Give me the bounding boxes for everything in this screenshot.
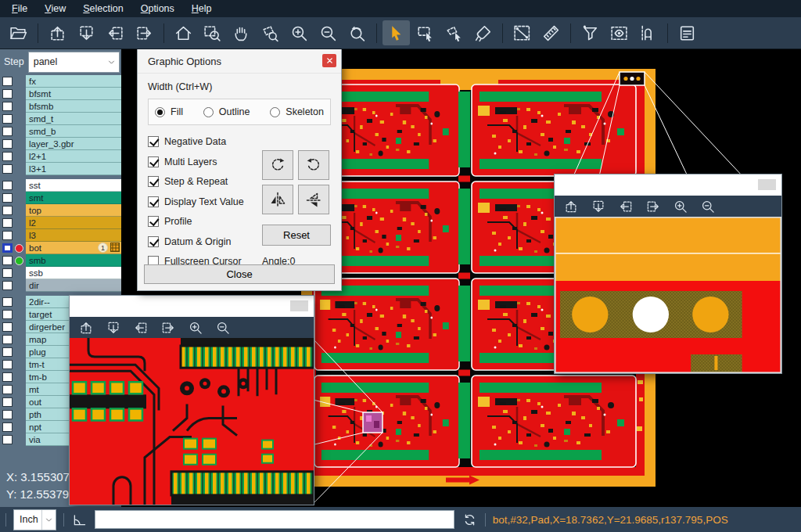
layer-name-cell[interactable]: bfsmb <box>26 100 121 113</box>
command-input[interactable] <box>95 510 454 529</box>
display-option[interactable]: Multi Layers <box>148 156 270 167</box>
board[interactable] <box>472 376 636 467</box>
layer-name-cell[interactable]: ssb <box>26 267 121 279</box>
layer-name-cell[interactable]: smd_b <box>26 125 121 138</box>
width-radio-option[interactable]: Skeleton <box>270 106 324 117</box>
layer-row[interactable]: smd_t <box>0 113 121 125</box>
width-radio-option[interactable]: Fill <box>155 106 183 117</box>
measure-button[interactable] <box>508 20 536 45</box>
ruler-button[interactable] <box>537 20 565 45</box>
layer-name-cell[interactable]: layer_3.gbr <box>26 138 121 150</box>
display-option[interactable]: Datum & Origin <box>148 236 270 247</box>
layer-name-cell[interactable]: dir <box>26 279 121 292</box>
radio-button[interactable] <box>155 107 165 117</box>
filter-button[interactable] <box>577 20 604 45</box>
layer-name-cell[interactable]: bfsmt <box>26 88 121 100</box>
unit-selector[interactable]: Inch <box>13 509 56 530</box>
menu-view[interactable]: View <box>36 0 74 17</box>
zoom-window-pads[interactable] <box>554 174 782 374</box>
board[interactable] <box>314 376 459 467</box>
layer-name-cell[interactable]: smd_t <box>26 113 121 125</box>
checkbox[interactable] <box>148 156 159 167</box>
layer-row[interactable]: smt <box>0 192 121 204</box>
menu-file[interactable]: File <box>3 0 36 17</box>
zoom-polygon-button[interactable] <box>257 20 284 45</box>
pan-down-icon[interactable] <box>591 199 606 214</box>
zoom-out-button[interactable] <box>314 20 342 45</box>
step-selector[interactable]: panel <box>28 52 120 73</box>
layer-visibility-checkbox[interactable] <box>2 268 13 278</box>
layer-row[interactable]: smd_b <box>0 125 121 138</box>
layer-visibility-checkbox[interactable] <box>2 127 13 136</box>
layer-visibility-checkbox[interactable] <box>2 218 13 228</box>
pan-hand-button[interactable] <box>228 20 255 45</box>
zoom-previous-button[interactable] <box>343 20 371 45</box>
layer-visibility-checkbox[interactable] <box>2 139 13 149</box>
zoom-home-button[interactable] <box>170 20 197 45</box>
layer-visibility-checkbox[interactable] <box>2 422 13 432</box>
zoom-window-titlebar[interactable] <box>70 296 314 317</box>
zoom-callout-rect[interactable] <box>363 412 383 433</box>
checkbox[interactable] <box>148 216 159 227</box>
zoom-in-icon[interactable] <box>673 199 688 214</box>
pan-left-button[interactable] <box>102 20 129 45</box>
zoom-window-view[interactable] <box>70 338 314 505</box>
reset-button[interactable]: Reset <box>262 225 331 246</box>
layer-row[interactable]: l2 <box>0 217 121 229</box>
layer-visibility-checkbox[interactable] <box>2 77 13 86</box>
refresh-icon[interactable] <box>462 512 478 528</box>
pan-right-icon[interactable] <box>160 320 176 336</box>
layer-visibility-checkbox[interactable] <box>2 243 13 253</box>
pan-right-button[interactable] <box>131 20 158 45</box>
layer-name-cell[interactable]: l2 <box>26 217 121 229</box>
pan-up-button[interactable] <box>44 20 71 45</box>
view-options-button[interactable] <box>605 20 633 45</box>
pan-down-icon[interactable] <box>106 320 121 336</box>
layer-visibility-checkbox[interactable] <box>2 206 13 215</box>
layer-visibility-checkbox[interactable] <box>2 397 13 407</box>
layer-row[interactable]: dir <box>0 279 121 292</box>
layer-visibility-checkbox[interactable] <box>2 152 13 161</box>
layer-visibility-checkbox[interactable] <box>2 310 13 319</box>
zoom-window-view[interactable] <box>555 217 781 373</box>
checkbox[interactable] <box>148 196 159 207</box>
layer-name-cell[interactable]: l2+1 <box>26 150 121 163</box>
layer-visibility-checkbox[interactable] <box>2 372 13 382</box>
select-rect-button[interactable] <box>411 20 439 45</box>
layer-row[interactable]: top <box>0 204 121 217</box>
zoom-out-icon[interactable] <box>700 199 716 214</box>
layer-row[interactable]: ssb <box>0 267 121 279</box>
select-polygon-button[interactable] <box>440 20 468 45</box>
layer-table-button[interactable] <box>673 20 701 45</box>
radio-button[interactable] <box>203 107 214 117</box>
checkbox[interactable] <box>148 176 159 187</box>
layer-visibility-checkbox[interactable] <box>2 385 13 394</box>
layer-visibility-checkbox[interactable] <box>2 231 13 240</box>
zoom-window-button[interactable] <box>199 20 226 45</box>
window-menu-button[interactable] <box>758 179 776 190</box>
layer-visibility-checkbox[interactable] <box>2 360 13 369</box>
pan-left-icon[interactable] <box>618 199 634 214</box>
mirror-horizontal-button[interactable] <box>298 185 329 214</box>
pan-left-icon[interactable] <box>133 320 149 336</box>
radio-button[interactable] <box>270 107 280 117</box>
angle-mode-icon[interactable] <box>71 512 88 528</box>
layer-row[interactable]: l2+1 <box>0 150 121 163</box>
open-file-button[interactable] <box>5 20 32 45</box>
window-menu-button[interactable] <box>290 300 308 311</box>
checkbox[interactable] <box>148 136 159 147</box>
layer-row[interactable]: bfsmb <box>0 100 121 113</box>
board[interactable] <box>314 279 459 370</box>
close-button[interactable]: Close <box>144 264 335 284</box>
pan-right-icon[interactable] <box>645 199 661 214</box>
layer-name-cell[interactable]: l3+1 <box>26 163 121 175</box>
layer-visibility-checkbox[interactable] <box>2 322 13 332</box>
layer-visibility-checkbox[interactable] <box>2 181 13 190</box>
pan-up-icon[interactable] <box>78 320 94 336</box>
layer-visibility-checkbox[interactable] <box>2 435 13 444</box>
display-option[interactable]: Negative Data <box>148 136 270 147</box>
zoom-out-icon[interactable] <box>215 320 231 336</box>
layer-visibility-checkbox[interactable] <box>2 335 13 344</box>
layer-name-cell[interactable]: smt <box>26 192 121 204</box>
select-cursor-button[interactable] <box>383 20 410 45</box>
